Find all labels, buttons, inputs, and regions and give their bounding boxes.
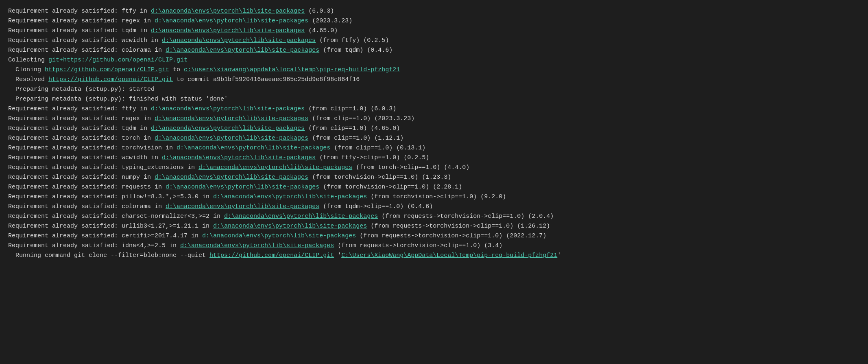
terminal-text: (from ftfy) (0.2.5) [316,37,389,44]
terminal-text: (4.65.0) [305,27,338,34]
terminal-text[interactable]: d:\anaconda\envs\pytorch\lib\site-packag… [151,125,305,132]
terminal-text: (from clip==1.0) (2023.3.23) [308,115,414,122]
terminal-text: Requirement already satisfied: tqdm in [8,125,151,132]
terminal-text: Requirement already satisfied: idna<4,>=… [8,242,180,249]
terminal-text: (from clip==1.0) (4.65.0) [305,125,400,132]
terminal-text: Requirement already satisfied: numpy in [8,174,155,181]
terminal-line-2: Requirement already satisfied: regex in … [8,16,860,26]
terminal-text: Resolved [8,76,48,83]
terminal-line-12: Requirement already satisfied: regex in … [8,114,860,124]
terminal-text: ' [557,252,561,259]
terminal-line-22: Requirement already satisfied: charset-n… [8,212,860,221]
terminal-text[interactable]: d:\anaconda\envs\pytorch\lib\site-packag… [224,213,378,220]
terminal-text: (from torchvision->clip==1.0) (2.28.1) [319,184,462,191]
terminal-text[interactable]: d:\anaconda\envs\pytorch\lib\site-packag… [151,8,305,15]
terminal-text[interactable]: d:\anaconda\envs\pytorch\lib\site-packag… [166,47,319,54]
terminal-text[interactable]: d:\anaconda\envs\pytorch\lib\site-packag… [151,27,305,34]
terminal-text: Requirement already satisfied: colorama … [8,47,166,54]
terminal-text: Requirement already satisfied: urllib3<1… [8,223,213,230]
terminal-output: Requirement already satisfied: ftfy in d… [8,7,860,261]
terminal-line-17: Requirement already satisfied: typing_ex… [8,163,860,173]
terminal-text[interactable]: d:\anaconda\envs\pytorch\lib\site-packag… [155,115,308,122]
terminal-text: Requirement already satisfied: certifi>=… [8,232,202,239]
terminal-text[interactable]: d:\anaconda\envs\pytorch\lib\site-packag… [166,203,319,210]
terminal-line-14: Requirement already satisfied: torch in … [8,134,860,143]
terminal-text: Preparing metadata (setup.py): finished … [8,96,228,103]
terminal-line-9: Preparing metadata (setup.py): started [8,85,860,94]
terminal-text: Collecting [8,57,48,64]
terminal-line-6: Collecting git+https://github.com/openai… [8,55,860,65]
terminal-text[interactable]: d:\anaconda\envs\pytorch\lib\site-packag… [162,154,316,161]
terminal-text: Requirement already satisfied: tqdm in [8,27,151,34]
terminal-text: Requirement already satisfied: ftfy in [8,8,151,15]
terminal-text: (from clip==1.0) (0.13.1) [330,145,425,151]
terminal-text: Requirement already satisfied: torch in [8,135,155,142]
terminal-text: Requirement already satisfied: pillow!=8… [8,193,213,200]
terminal-line-11: Requirement already satisfied: ftfy in d… [8,104,860,114]
terminal-text: (from tqdm->clip==1.0) (0.4.6) [319,203,433,210]
terminal-text: Requirement already satisfied: torchvisi… [8,145,177,151]
terminal-text: (from clip==1.0) (1.12.1) [308,135,403,142]
terminal-text[interactable]: d:\anaconda\envs\pytorch\lib\site-packag… [162,37,316,44]
terminal-text[interactable]: c:\users\xiaowang\appdata\local\temp\pip… [184,66,400,73]
terminal-line-15: Requirement already satisfied: torchvisi… [8,143,860,153]
terminal-line-4: Requirement already satisfied: wcwidth i… [8,36,860,46]
terminal-text[interactable]: https://github.com/openai/CLIP.git [45,66,169,73]
terminal-text[interactable]: d:\anaconda\envs\pytorch\lib\site-packag… [166,184,319,191]
terminal-line-3: Requirement already satisfied: tqdm in d… [8,26,860,36]
terminal-text: Requirement already satisfied: wcwidth i… [8,154,162,161]
terminal-text: (from requests->torchvision->clip==1.0) … [334,242,502,249]
terminal-line-25: Requirement already satisfied: idna<4,>=… [8,241,860,251]
terminal-text[interactable]: https://github.com/openai/CLIP.git [209,252,334,259]
terminal-text: (6.0.3) [305,8,334,15]
terminal-text[interactable]: d:\anaconda\envs\pytorch\lib\site-packag… [155,174,308,181]
terminal-text: Preparing metadata (setup.py): started [8,86,155,93]
terminal-text: (from requests->torchvision->clip==1.0) … [378,213,554,220]
terminal-text: (from tqdm) (0.4.6) [319,47,393,54]
terminal-text[interactable]: d:\anaconda\envs\pytorch\lib\site-packag… [202,232,356,239]
terminal-text[interactable]: https://github.com/openai/CLIP.git [48,76,173,83]
terminal-text[interactable]: d:\anaconda\envs\pytorch\lib\site-packag… [180,242,334,249]
terminal-line-20: Requirement already satisfied: pillow!=8… [8,192,860,202]
terminal-text[interactable]: d:\anaconda\envs\pytorch\lib\site-packag… [198,164,352,171]
terminal-line-26: Running command git clone --filter=blob:… [8,251,860,261]
terminal-text: Requirement already satisfied: regex in [8,18,155,24]
terminal-text: Requirement already satisfied: charset-n… [8,213,224,220]
terminal-text: to [169,66,184,73]
terminal-text: Cloning [8,66,45,73]
terminal-line-7: Cloning https://github.com/openai/CLIP.g… [8,65,860,75]
terminal-line-18: Requirement already satisfied: numpy in … [8,173,860,182]
terminal-text[interactable]: C:\Users\XiaoWang\AppData\Local\Temp\pip… [341,252,557,259]
terminal-text: Requirement already satisfied: wcwidth i… [8,37,162,44]
terminal-line-13: Requirement already satisfied: tqdm in d… [8,124,860,134]
terminal-text[interactable]: d:\anaconda\envs\pytorch\lib\site-packag… [155,135,308,142]
terminal-window: Requirement already satisfied: ftfy in d… [8,7,860,364]
terminal-text: ' [334,252,341,259]
terminal-line-23: Requirement already satisfied: urllib3<1… [8,221,860,231]
terminal-text: Requirement already satisfied: typing_ex… [8,164,198,171]
terminal-text[interactable]: git+https://github.com/openai/CLIP.git [48,57,188,64]
terminal-text: (from torch->clip==1.0) (4.4.0) [352,164,469,171]
terminal-text[interactable]: d:\anaconda\envs\pytorch\lib\site-packag… [177,145,330,151]
terminal-text[interactable]: d:\anaconda\envs\pytorch\lib\site-packag… [213,223,367,230]
terminal-text: (from clip==1.0) (6.0.3) [305,105,396,112]
terminal-line-24: Requirement already satisfied: certifi>=… [8,231,860,241]
terminal-line-5: Requirement already satisfied: colorama … [8,46,860,55]
terminal-text: Requirement already satisfied: colorama … [8,203,166,210]
terminal-text: (from torchvision->clip==1.0) (9.2.0) [367,193,506,200]
terminal-text: to commit a9b1bf5920416aaeaec965c25dd9e8… [173,76,360,83]
terminal-text[interactable]: d:\anaconda\envs\pytorch\lib\site-packag… [213,193,367,200]
terminal-text: (from ftfy->clip==1.0) (0.2.5) [316,154,429,161]
terminal-line-1: Requirement already satisfied: ftfy in d… [8,7,860,16]
terminal-text[interactable]: d:\anaconda\envs\pytorch\lib\site-packag… [155,18,308,24]
terminal-text: Requirement already satisfied: requests … [8,184,166,191]
terminal-text: (from requests->torchvision->clip==1.0) … [367,223,550,230]
terminal-line-16: Requirement already satisfied: wcwidth i… [8,153,860,163]
terminal-text: (2023.3.23) [308,18,352,24]
terminal-text: Requirement already satisfied: regex in [8,115,155,122]
terminal-text: (from requests->torchvision->clip==1.0) … [356,232,546,239]
terminal-line-19: Requirement already satisfied: requests … [8,182,860,192]
terminal-text: Requirement already satisfied: ftfy in [8,105,151,112]
terminal-line-8: Resolved https://github.com/openai/CLIP.… [8,75,860,85]
terminal-text[interactable]: d:\anaconda\envs\pytorch\lib\site-packag… [151,105,305,112]
